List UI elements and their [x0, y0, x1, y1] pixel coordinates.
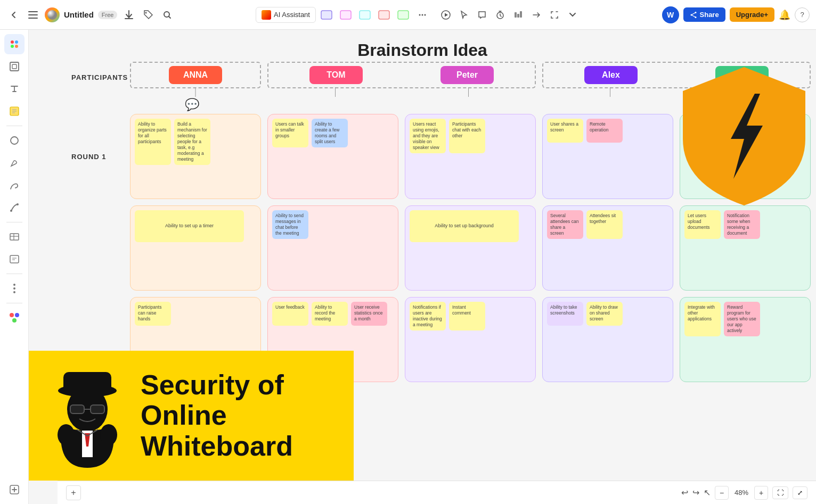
svg-point-13	[424, 14, 426, 15]
ai-assistant-button[interactable]: AI Assistant	[256, 7, 316, 23]
tom-chip: TOM	[309, 66, 363, 84]
tool-p4[interactable]	[376, 6, 393, 23]
sticky-note[interactable]: Remote operation	[586, 119, 623, 143]
sticky-note[interactable]: Attendees sit together	[586, 210, 623, 239]
expand-button[interactable]: ⤢	[793, 486, 807, 499]
download-button[interactable]	[121, 7, 136, 22]
add-page-button[interactable]: +	[66, 485, 81, 500]
sticky-note[interactable]: Ability to draw on shared screen	[586, 302, 623, 326]
sticky-note[interactable]: User receive statistics once a month	[351, 302, 387, 326]
svg-rect-9	[379, 11, 389, 19]
expand-tool[interactable]	[546, 6, 563, 23]
sidebar-frames[interactable]	[4, 56, 25, 77]
document-title[interactable]: Untitled	[64, 10, 94, 19]
svg-rect-8	[360, 11, 370, 19]
ai-assistant-label: AI Assistant	[274, 11, 310, 19]
tom-round1: Users can talk in smaller groups Ability…	[267, 114, 398, 199]
peter-round1: Users react using emojis, and they are v…	[405, 114, 536, 199]
svg-point-4	[145, 12, 147, 13]
upgrade-button[interactable]: Upgrade+	[730, 7, 774, 22]
svg-rect-49	[70, 405, 84, 414]
sidebar-draw[interactable]	[4, 175, 25, 195]
tool-p5[interactable]	[395, 6, 412, 23]
help-icon[interactable]: ?	[795, 7, 810, 22]
tool-p1[interactable]	[318, 6, 335, 23]
sticky-note[interactable]: Ability to set up background	[410, 210, 519, 242]
sidebar-shapes[interactable]	[4, 130, 25, 151]
sticky-note[interactable]: Ability to organize parts for all partic…	[135, 119, 171, 165]
user-avatar[interactable]: W	[662, 6, 679, 23]
sidebar-connector[interactable]	[4, 197, 25, 218]
redo-button[interactable]: ↪	[692, 488, 699, 498]
sticky-note[interactable]: User shares a screen	[547, 119, 583, 143]
sidebar-pen[interactable]	[4, 153, 25, 173]
shield-overlay	[678, 62, 811, 195]
peter-round3: Notifications if users are inactive duri…	[405, 297, 536, 382]
share-label: Share	[700, 11, 719, 19]
zoom-plus-button[interactable]: +	[754, 486, 768, 500]
timer-tool[interactable]	[492, 6, 509, 23]
sticky-note[interactable]: Instant comment	[449, 302, 485, 331]
comment-tool[interactable]	[474, 6, 491, 23]
page-title: Brainstorm Idea	[29, 30, 816, 65]
chevron-down-tool[interactable]	[564, 6, 581, 23]
sticky-note[interactable]: Integrate with other applications	[684, 302, 721, 336]
sticky-note[interactable]: Users can talk in smaller groups	[272, 119, 308, 147]
security-text: Security ofOnline Whiteboard	[141, 370, 338, 461]
sticky-note[interactable]: Ability to send messages in chat before …	[272, 210, 308, 239]
sidebar-text[interactable]	[4, 79, 25, 99]
sticky-note[interactable]: Notification some when receiving a docum…	[724, 210, 760, 239]
sticky-note[interactable]: Ability to create a few rooms and split …	[312, 119, 348, 147]
sticky-note[interactable]: Ability to record the meeting	[312, 302, 348, 326]
sidebar-palette[interactable]	[4, 308, 25, 328]
svg-point-27	[11, 45, 14, 48]
sticky-note[interactable]: Let users upload documents	[684, 210, 721, 239]
svg-point-26	[15, 40, 18, 44]
anna-round2: Ability to set up a timer	[130, 205, 261, 291]
sticky-note[interactable]: Ability to take screenshots	[547, 302, 583, 326]
svg-point-12	[421, 14, 423, 15]
security-overlay: Security ofOnline Whiteboard	[29, 351, 354, 481]
sticky-note[interactable]: Several attendees can share a screen	[547, 210, 583, 239]
sticky-note[interactable]: Reward program for users who use our app…	[724, 302, 760, 336]
search-button[interactable]	[160, 7, 175, 22]
cursor-tool[interactable]	[455, 6, 472, 23]
spy-figure	[45, 361, 130, 470]
arrow-tool[interactable]	[528, 6, 545, 23]
sticky-note[interactable]: Users react using emojis, and they are v…	[410, 119, 446, 153]
svg-rect-10	[398, 11, 409, 19]
sticky-note[interactable]: Build a mechanism for selecting people f…	[174, 119, 210, 165]
tool-more[interactable]	[414, 6, 431, 23]
sidebar-table[interactable]	[4, 227, 25, 247]
sticky-note[interactable]: Notifications if users are inactive duri…	[410, 302, 446, 331]
free-badge: Free	[98, 11, 118, 19]
sidebar-sticky[interactable]	[4, 101, 25, 121]
sticky-note[interactable]: Participants can raise hands	[135, 302, 171, 326]
data-tool[interactable]	[510, 6, 527, 23]
sidebar-sep2	[6, 222, 22, 222]
sticky-note[interactable]: User feedback	[272, 302, 308, 326]
notification-icon[interactable]: 🔔	[779, 9, 790, 21]
menu-button[interactable]	[26, 7, 40, 22]
tool-p3[interactable]	[356, 6, 373, 23]
tag-button[interactable]	[141, 7, 156, 22]
sticky-note[interactable]: Participants chat with each other	[449, 119, 485, 153]
play-icon[interactable]	[437, 6, 454, 23]
back-button[interactable]	[6, 7, 21, 22]
sidebar-more1[interactable]	[4, 278, 25, 299]
undo-button[interactable]: ↩	[681, 488, 688, 498]
peter-chip: Peter	[440, 66, 494, 84]
sidebar-home[interactable]	[4, 34, 25, 54]
tool-p2[interactable]	[337, 6, 354, 23]
sidebar-text2[interactable]	[4, 249, 25, 269]
sticky-note[interactable]: Ability to set up a timer	[135, 210, 244, 242]
svg-point-3	[47, 10, 57, 20]
round-1-label: ROUND 1	[71, 114, 130, 199]
peter-column: Users react using emojis, and they are v…	[405, 114, 536, 477]
svg-rect-50	[91, 405, 104, 414]
sidebar-add-page[interactable]	[4, 480, 25, 500]
share-button[interactable]: Share	[683, 7, 725, 22]
zoom-minus-button[interactable]: −	[715, 486, 729, 500]
fit-button[interactable]: ⛶	[772, 486, 788, 499]
svg-point-53	[58, 424, 75, 445]
